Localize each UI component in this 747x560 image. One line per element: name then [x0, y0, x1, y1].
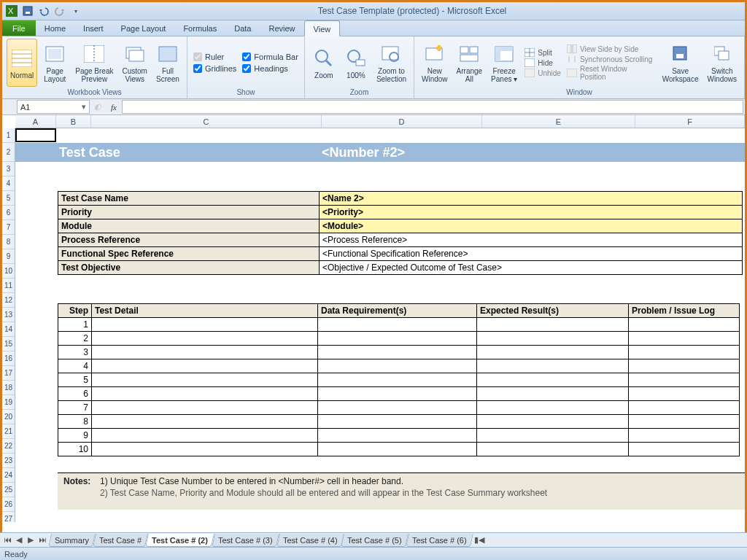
row-1[interactable]: 1 — [2, 128, 15, 143]
prev-sheet-icon[interactable]: ◀ — [14, 535, 24, 545]
row-4[interactable]: 4 — [2, 176, 15, 191]
group-workbook-views: Normal Page Layout Page Break Preview Cu… — [2, 36, 187, 98]
sheet-tab[interactable]: Test Case # (2) — [145, 534, 214, 547]
row-24[interactable]: 24 — [2, 468, 15, 483]
row-25[interactable]: 25 — [2, 483, 15, 497]
page-break-preview-button[interactable]: Page Break Preview — [72, 39, 116, 87]
tab-data[interactable]: Data — [225, 20, 260, 36]
page-layout-button[interactable]: Page Layout — [40, 39, 69, 87]
svg-line-16 — [326, 61, 331, 66]
row-15[interactable]: 15 — [2, 337, 15, 351]
svg-rect-14 — [159, 47, 177, 61]
last-sheet-icon[interactable]: ⏭ — [37, 535, 47, 545]
row-27[interactable]: 27 — [2, 512, 15, 522]
split-button[interactable]: Split — [525, 48, 561, 57]
col-A[interactable]: A — [15, 115, 56, 128]
zoom-to-selection-button[interactable]: Zoom to Selection — [374, 39, 409, 87]
row-6[interactable]: 6 — [2, 206, 15, 220]
gridlines-checkbox[interactable]: Gridlines — [193, 64, 236, 73]
excel-icon: X — [5, 4, 18, 18]
sheet-tab[interactable]: Test Case # — [93, 534, 148, 547]
full-screen-button[interactable]: Full Screen — [153, 39, 182, 87]
sheet-tab[interactable]: Test Case # (6) — [406, 534, 473, 547]
qat-dropdown-icon[interactable]: ▾ — [69, 4, 82, 18]
ribbon-tabs: File Home Insert Page Layout Formulas Da… — [2, 20, 745, 36]
fx-icon[interactable]: fx — [106, 99, 122, 114]
custom-views-button[interactable]: Custom Views — [120, 39, 150, 87]
normal-view-button[interactable]: Normal — [7, 39, 37, 87]
ruler-checkbox[interactable]: Ruler — [193, 52, 236, 61]
worksheet-grid[interactable]: Test Case <Number #2> Test Case Name<Nam… — [15, 128, 745, 522]
sheet-tab[interactable]: Test Case # (4) — [276, 534, 344, 547]
freeze-panes-icon — [492, 42, 516, 66]
row-7[interactable]: 7 — [2, 220, 15, 235]
undo-icon[interactable] — [37, 4, 50, 18]
col-F[interactable]: F — [635, 115, 745, 128]
hide-button[interactable]: Hide — [525, 58, 561, 67]
first-sheet-icon[interactable]: ⏮ — [2, 535, 12, 545]
custom-views-icon — [123, 42, 147, 66]
svg-rect-25 — [460, 55, 478, 61]
row-10[interactable]: 10 — [2, 264, 15, 279]
row-13[interactable]: 13 — [2, 308, 15, 322]
tab-scroll-icon[interactable]: ▮◀ — [474, 535, 484, 545]
row-16[interactable]: 16 — [2, 351, 15, 366]
save-workspace-button[interactable]: Save Workspace — [659, 39, 702, 87]
tab-file[interactable]: File — [2, 20, 36, 36]
zoom-100-button[interactable]: 100% — [341, 39, 371, 87]
redo-icon[interactable] — [53, 4, 66, 18]
row-19[interactable]: 19 — [2, 395, 15, 410]
row-26[interactable]: 26 — [2, 497, 15, 512]
row-2[interactable]: 2 — [2, 143, 15, 162]
meta-row: Test Objective<Objective / Expected Outc… — [58, 261, 743, 275]
tab-formulas[interactable]: Formulas — [174, 20, 225, 36]
row-8[interactable]: 8 — [2, 235, 15, 249]
name-box-dropdown-icon[interactable]: ▾ — [82, 102, 86, 112]
name-box[interactable]: A1▾ — [17, 100, 90, 114]
tab-home[interactable]: Home — [36, 20, 74, 36]
row-20[interactable]: 20 — [2, 410, 15, 424]
row-3[interactable]: 3 — [2, 162, 15, 176]
sheet-tab[interactable]: Summary — [48, 534, 96, 547]
row-23[interactable]: 23 — [2, 454, 15, 468]
tab-page-layout[interactable]: Page Layout — [112, 20, 175, 36]
next-sheet-icon[interactable]: ▶ — [26, 535, 36, 545]
formula-input[interactable] — [122, 100, 743, 114]
col-C[interactable]: C — [91, 115, 322, 128]
row-21[interactable]: 21 — [2, 424, 15, 439]
switch-windows-button[interactable]: Switch Windows — [704, 39, 740, 87]
col-E[interactable]: E — [482, 115, 635, 128]
zoom-100-icon — [344, 47, 368, 70]
step-row: 9 — [58, 429, 740, 443]
svg-rect-13 — [129, 50, 144, 61]
headings-checkbox[interactable]: Headings — [242, 64, 298, 73]
row-5[interactable]: 5 — [2, 191, 15, 206]
save-icon[interactable] — [21, 4, 34, 18]
sheet-tab[interactable]: Test Case # (3) — [212, 534, 279, 547]
meta-row: Process Reference<Process Reference> — [58, 233, 743, 247]
zoom-button[interactable]: Zoom — [309, 39, 338, 87]
sheet-nav-buttons[interactable]: ⏮ ◀ ▶ ⏭ — [0, 535, 50, 545]
row-17[interactable]: 17 — [2, 366, 15, 381]
meta-row: Functional Spec Reference<Functional Spe… — [58, 247, 743, 261]
freeze-panes-button[interactable]: Freeze Panes ▾ — [488, 39, 520, 87]
page-layout-icon — [43, 42, 66, 66]
meta-row: Priority<Priority> — [58, 206, 743, 219]
arrange-all-button[interactable]: Arrange All — [454, 39, 486, 87]
formula-bar-checkbox[interactable]: Formula Bar — [242, 52, 298, 61]
sheet-tab[interactable]: Test Case # (5) — [341, 534, 408, 547]
tab-review[interactable]: Review — [260, 20, 303, 36]
col-B[interactable]: B — [56, 115, 91, 128]
row-22[interactable]: 22 — [2, 439, 15, 454]
tab-insert[interactable]: Insert — [74, 20, 112, 36]
col-D[interactable]: D — [322, 115, 482, 128]
row-12[interactable]: 12 — [2, 293, 15, 308]
row-11[interactable]: 11 — [2, 279, 15, 293]
row-18[interactable]: 18 — [2, 381, 15, 395]
row-14[interactable]: 14 — [2, 322, 15, 337]
row-9[interactable]: 9 — [2, 249, 15, 264]
tab-view[interactable]: View — [304, 20, 341, 36]
step-row: 1 — [58, 318, 740, 332]
new-window-button[interactable]: New Window — [419, 39, 451, 87]
new-window-icon — [423, 42, 446, 66]
